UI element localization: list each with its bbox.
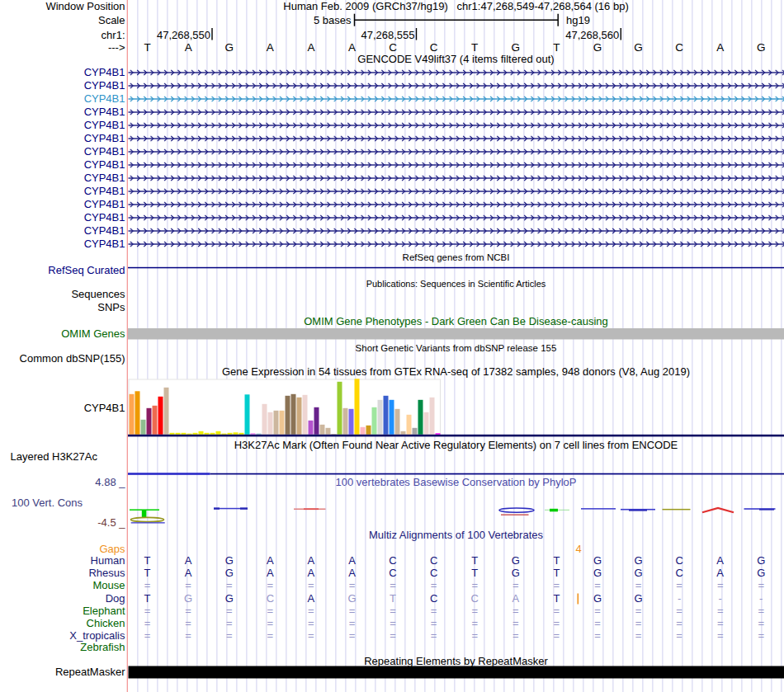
gtex-bar[interactable] [187, 434, 192, 435]
gtex-bar[interactable] [378, 400, 383, 435]
snps-label[interactable]: SNPs [0, 302, 125, 313]
gtex-bar[interactable] [210, 433, 215, 435]
gtex-bar[interactable] [366, 426, 371, 435]
transcript-row[interactable] [129, 198, 784, 211]
gtex-bar[interactable] [141, 420, 146, 435]
gtex-bar[interactable] [303, 395, 308, 435]
gtex-bar[interactable] [262, 404, 267, 435]
refseq-curated-label[interactable]: RefSeq Curated [0, 265, 125, 276]
transcript-label[interactable]: CYP4B1 [0, 225, 125, 237]
gtex-bar[interactable] [326, 428, 331, 435]
transcript-row[interactable] [129, 158, 784, 172]
gtex-bar[interactable] [436, 433, 441, 435]
transcript-label[interactable]: CYP4B1 [0, 106, 125, 118]
transcript-label[interactable]: CYP4B1 [0, 146, 125, 158]
refseq-track-line[interactable] [128, 267, 784, 269]
publications-title[interactable]: Publications: Sequences in Scientific Ar… [128, 278, 784, 290]
species-label-elephant[interactable]: Elephant [0, 605, 125, 617]
gtex-gene-label[interactable]: CYP4B1 [0, 402, 125, 414]
repeatmasker-bar[interactable] [129, 666, 784, 679]
transcript-row[interactable] [129, 185, 784, 198]
gtex-bar[interactable] [361, 427, 366, 435]
gtex-bar[interactable] [274, 411, 279, 435]
layered-h3k27ac-label[interactable]: Layered H3K27Ac [0, 451, 97, 463]
h3k27ac-title[interactable]: H3K27Ac Mark (Often Found Near Active Re… [128, 440, 784, 451]
transcript-row[interactable] [129, 238, 784, 251]
gtex-bar[interactable] [239, 433, 244, 435]
gtex-bar[interactable] [297, 398, 302, 435]
gtex-bar[interactable] [257, 434, 262, 435]
gtex-bar[interactable] [245, 394, 250, 435]
gtex-bar[interactable] [291, 394, 296, 435]
gtex-bar[interactable] [424, 412, 429, 435]
species-label-human[interactable]: Human [0, 555, 125, 567]
gtex-bar[interactable] [164, 388, 169, 435]
gtex-bar[interactable] [182, 433, 187, 435]
repeatmasker-title[interactable]: Repeating Elements by RepeatMasker [128, 656, 784, 667]
species-label-chicken[interactable]: Chicken [0, 618, 125, 629]
h3k27ac-signal[interactable] [128, 473, 210, 475]
transcript-label[interactable]: CYP4B1 [0, 199, 125, 210]
gtex-bar[interactable] [135, 391, 140, 435]
gtex-bar[interactable] [158, 397, 163, 435]
gtex-bar[interactable] [309, 421, 314, 435]
transcript-row[interactable] [129, 106, 784, 119]
omim-title[interactable]: OMIM Gene Phenotypes - Dark Green Can Be… [128, 316, 784, 327]
multiz-title[interactable]: Multiz Alignments of 100 Vertebrates [128, 530, 784, 541]
h3k27ac-signal[interactable] [210, 473, 784, 475]
refseq-title[interactable]: RefSeq genes from NCBI [128, 252, 784, 263]
transcript-label[interactable]: CYP4B1 [0, 212, 125, 224]
gtex-bar[interactable] [384, 396, 389, 435]
repeatmasker-label[interactable]: RepeatMasker [0, 666, 125, 678]
vert-cons-label[interactable]: 100 Vert. Cons [0, 497, 83, 509]
transcript-label[interactable]: CYP4B1 [0, 172, 125, 184]
gtex-bar[interactable] [401, 431, 406, 435]
gencode-title[interactable]: GENCODE V49lift37 (4 items filtered out) [128, 54, 784, 65]
transcript-row[interactable] [129, 119, 784, 132]
gtex-bar[interactable] [147, 408, 152, 435]
gtex-bar[interactable] [349, 409, 354, 435]
gtex-bar[interactable] [395, 409, 400, 435]
gtex-bar[interactable] [430, 398, 435, 435]
omim-genes-label[interactable]: OMIM Genes [0, 328, 125, 340]
gtex-bar[interactable] [205, 433, 210, 435]
transcript-row[interactable] [129, 172, 784, 185]
transcript-row[interactable] [129, 224, 784, 238]
gtex-bar[interactable] [407, 415, 412, 435]
species-label-rhesus[interactable]: Rhesus [0, 567, 125, 579]
gtex-bar[interactable] [251, 433, 256, 435]
transcript-row[interactable] [129, 132, 784, 145]
gtex-bar[interactable] [332, 434, 337, 435]
species-label-mouse[interactable]: Mouse [0, 580, 125, 591]
species-label-zebrafish[interactable]: Zebrafish [0, 642, 125, 653]
transcript-row[interactable] [129, 145, 784, 158]
gtex-bar[interactable] [176, 433, 181, 435]
gtex-bar[interactable] [216, 431, 221, 435]
gtex-bar[interactable] [413, 428, 418, 435]
transcript-label[interactable]: CYP4B1 [0, 67, 125, 78]
gtex-bar[interactable] [320, 425, 325, 435]
gtex-bar[interactable] [153, 406, 158, 435]
gtex-title[interactable]: Gene Expression in 54 tissues from GTEx … [128, 366, 784, 378]
gtex-bar[interactable] [314, 407, 319, 435]
common-dbsnp-label[interactable]: Common dbSNP(155) [0, 353, 125, 365]
gtex-bar[interactable] [372, 407, 377, 435]
gtex-bar[interactable] [390, 400, 394, 435]
transcript-row[interactable] [129, 66, 784, 79]
transcript-label[interactable]: CYP4B1 [0, 80, 125, 92]
transcript-label[interactable]: CYP4B1 [0, 133, 125, 144]
gtex-bar[interactable] [418, 400, 423, 435]
gtex-bar[interactable] [355, 379, 360, 435]
transcript-row[interactable] [129, 92, 784, 106]
gtex-bar[interactable] [222, 434, 227, 435]
transcript-label[interactable]: CYP4B1 [0, 186, 125, 197]
transcript-row[interactable] [129, 211, 784, 224]
transcript-label[interactable]: CYP4B1 [0, 238, 125, 250]
gtex-bar[interactable] [228, 433, 233, 435]
phylop-title[interactable]: 100 vertebrates Basewise Conservation by… [128, 477, 784, 488]
transcript-label[interactable]: CYP4B1 [0, 120, 125, 131]
dbsnp-title[interactable]: Short Genetic Variants from dbSNP releas… [128, 342, 784, 354]
gaps-label[interactable]: Gaps [0, 544, 125, 555]
sequences-label[interactable]: Sequences [0, 289, 125, 300]
gtex-bar[interactable] [193, 433, 198, 435]
